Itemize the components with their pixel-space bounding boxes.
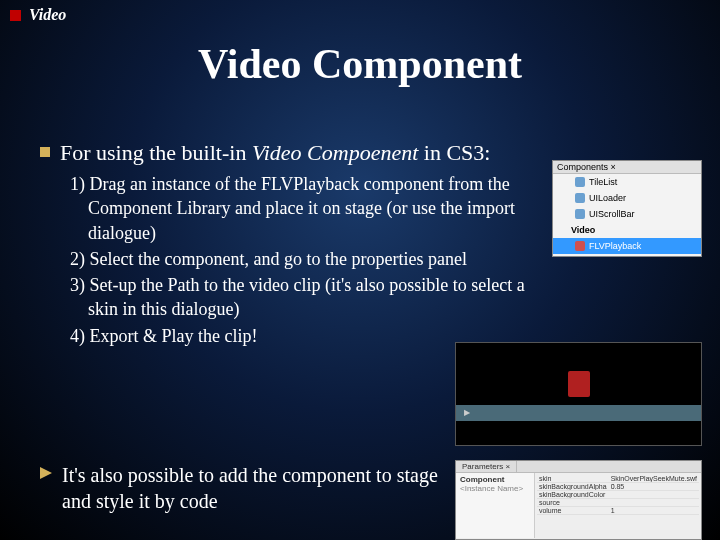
panel-tab: Components × <box>553 161 701 174</box>
parameters-panel: Parameters × Component <Instance Name> s… <box>455 460 702 540</box>
triangle-bullet-icon <box>40 467 52 479</box>
swf-icon <box>568 371 590 397</box>
main-text-pre: For using the built-in <box>60 140 252 165</box>
list-group: Video <box>553 222 701 238</box>
component-type: Component <box>460 475 530 484</box>
square-bullet-icon <box>40 147 50 157</box>
panel-tab: Parameters × <box>456 461 517 472</box>
main-text-italic: Video Compoenent <box>252 140 418 165</box>
list-item-selected: FLVPlayback <box>553 238 701 254</box>
list-item-label: FLVPlayback <box>589 241 641 251</box>
param-val: 0.85 <box>609 483 699 491</box>
table-row: volume1 <box>537 507 699 515</box>
steps-list: 1) Drag an instance of the FLVPlayback c… <box>70 172 530 350</box>
slide-title: Video Component <box>0 40 720 88</box>
list-item-label: UIScrollBar <box>589 209 635 219</box>
header-label: Video <box>29 6 66 24</box>
instance-name: <Instance Name> <box>460 484 530 493</box>
step-item: 1) Drag an instance of the FLVPlayback c… <box>70 172 530 245</box>
step-item: 2) Select the component, and go to the p… <box>70 247 530 271</box>
list-item: TileList <box>553 174 701 190</box>
list-item: UILoader <box>553 190 701 206</box>
table-row: skinSkinOverPlaySeekMute.swf <box>537 475 699 483</box>
components-panel: Components × TileList UILoader UIScrollB… <box>552 160 702 257</box>
component-icon <box>575 177 585 187</box>
square-bullet-icon <box>10 10 21 21</box>
panel-tabs: Parameters × <box>456 461 701 473</box>
footnote: It's also possible to add the component … <box>40 462 440 514</box>
slide: Video Video Component For using the buil… <box>0 0 720 540</box>
footnote-text: It's also possible to add the component … <box>62 462 440 514</box>
table-row: skinBackgroundAlpha0.85 <box>537 483 699 491</box>
step-item: 3) Set-up the Path to the video clip (it… <box>70 273 530 322</box>
param-key: skin <box>537 475 609 483</box>
param-val: 1 <box>609 507 699 515</box>
flvplayback-icon <box>575 241 585 251</box>
slide-header: Video <box>10 6 66 24</box>
panel-right: skinSkinOverPlaySeekMute.swf skinBackgro… <box>535 473 701 538</box>
panel-body: Component <Instance Name> skinSkinOverPl… <box>456 473 701 538</box>
param-key: skinBackgroundAlpha <box>537 483 609 491</box>
param-key: volume <box>537 507 609 515</box>
list-item-label: TileList <box>589 177 617 187</box>
main-text-post: in CS3: <box>418 140 490 165</box>
list-item-label: UILoader <box>589 193 626 203</box>
svg-marker-0 <box>40 467 52 479</box>
table-row: source <box>537 499 699 507</box>
params-table: skinSkinOverPlaySeekMute.swf skinBackgro… <box>537 475 699 515</box>
main-text: For using the built-in Video Compoenent … <box>60 140 490 166</box>
param-key: source <box>537 499 609 507</box>
param-val <box>609 491 699 499</box>
video-controls <box>456 405 701 421</box>
param-val <box>609 499 699 507</box>
panel-left: Component <Instance Name> <box>456 473 535 538</box>
list-group-label: Video <box>571 225 595 235</box>
component-icon <box>575 193 585 203</box>
folder-icon <box>561 225 571 235</box>
table-row: skinBackgroundColor <box>537 491 699 499</box>
video-preview <box>455 342 702 446</box>
param-val: SkinOverPlaySeekMute.swf <box>609 475 699 483</box>
param-key: skinBackgroundColor <box>537 491 609 499</box>
list-item: UIScrollBar <box>553 206 701 222</box>
component-icon <box>575 209 585 219</box>
